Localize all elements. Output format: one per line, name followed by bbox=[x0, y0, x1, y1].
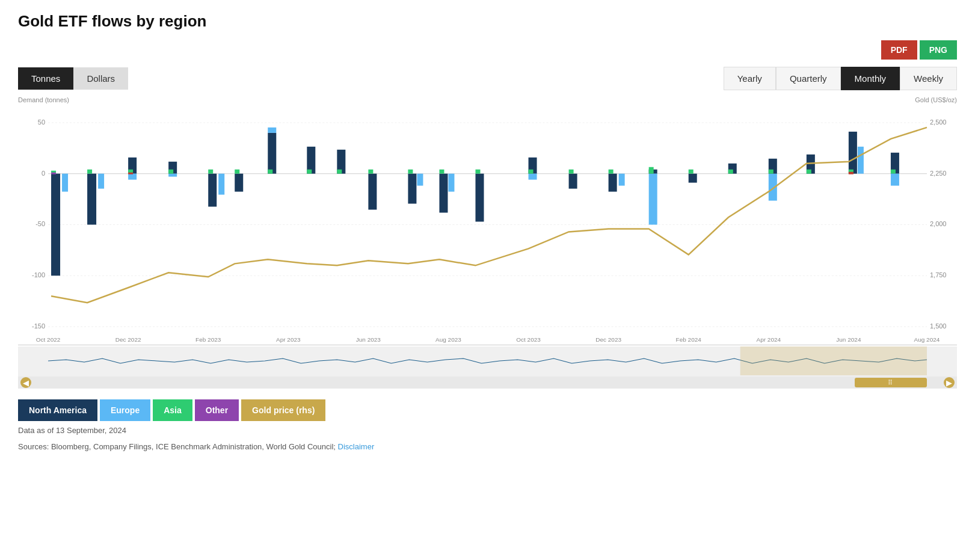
svg-text:2,500: 2,500 bbox=[930, 118, 946, 126]
svg-rect-28 bbox=[98, 174, 104, 189]
svg-rect-82 bbox=[891, 170, 896, 174]
svg-rect-35 bbox=[168, 170, 173, 174]
scroll-left-btn[interactable]: ◀ bbox=[20, 377, 31, 388]
svg-rect-70 bbox=[689, 170, 694, 174]
svg-rect-84 bbox=[51, 173, 56, 174]
chart-axis-labels: Demand (tonnes) Gold (US$/oz) bbox=[18, 96, 957, 103]
svg-rect-31 bbox=[128, 174, 137, 180]
svg-rect-69 bbox=[689, 174, 697, 183]
svg-rect-75 bbox=[769, 170, 774, 174]
svg-rect-45 bbox=[307, 170, 312, 174]
svg-rect-49 bbox=[368, 170, 373, 174]
period-tabs: Yearly Quarterly Monthly Weekly bbox=[724, 67, 957, 90]
svg-rect-63 bbox=[609, 174, 617, 192]
svg-rect-27 bbox=[87, 174, 96, 225]
svg-rect-50 bbox=[408, 174, 416, 204]
svg-text:2,000: 2,000 bbox=[930, 221, 946, 228]
svg-text:Dec 2023: Dec 2023 bbox=[595, 336, 621, 343]
svg-rect-52 bbox=[417, 174, 423, 186]
bar-na bbox=[51, 174, 60, 276]
svg-rect-37 bbox=[218, 174, 224, 195]
svg-text:1,500: 1,500 bbox=[930, 322, 946, 330]
gold-price-line bbox=[51, 128, 927, 303]
navigator-selection[interactable] bbox=[740, 346, 927, 375]
svg-text:Apr 2024: Apr 2024 bbox=[757, 336, 781, 343]
svg-rect-83 bbox=[891, 174, 899, 186]
svg-rect-34 bbox=[168, 174, 177, 177]
data-as-of: Data as of 13 September, 2024 bbox=[18, 426, 957, 435]
svg-rect-42 bbox=[268, 128, 276, 133]
y-label-right: Gold (US$/oz) bbox=[915, 96, 957, 103]
svg-rect-85 bbox=[128, 173, 133, 174]
svg-rect-29 bbox=[87, 170, 92, 174]
tab-dollars[interactable]: Dollars bbox=[73, 67, 128, 90]
legend-asia[interactable]: Asia bbox=[153, 399, 192, 421]
svg-rect-59 bbox=[529, 174, 537, 180]
svg-text:Jun 2023: Jun 2023 bbox=[356, 336, 381, 343]
svg-rect-47 bbox=[337, 170, 342, 174]
controls-row: Tonnes Dollars Yearly Quarterly Monthly … bbox=[18, 67, 957, 90]
y-label-left: Demand (tonnes) bbox=[18, 96, 69, 103]
svg-rect-43 bbox=[268, 170, 272, 174]
legend: North America Europe Asia Other Gold pri… bbox=[18, 399, 957, 421]
svg-text:2,250: 2,250 bbox=[930, 170, 946, 177]
sources: Sources: Bloomberg, Company Filings, ICE… bbox=[18, 442, 957, 451]
tab-yearly[interactable]: Yearly bbox=[724, 67, 776, 90]
svg-rect-67 bbox=[649, 174, 657, 225]
svg-rect-41 bbox=[268, 133, 276, 174]
svg-text:Feb 2023: Feb 2023 bbox=[195, 336, 221, 343]
scroll-handle[interactable]: ⠿ bbox=[855, 378, 927, 387]
scroll-right-btn[interactable]: ▶ bbox=[944, 377, 955, 388]
tab-weekly[interactable]: Weekly bbox=[900, 67, 957, 90]
svg-rect-53 bbox=[439, 174, 448, 213]
svg-text:Apr 2023: Apr 2023 bbox=[276, 336, 301, 343]
svg-rect-65 bbox=[609, 170, 614, 174]
svg-rect-38 bbox=[208, 170, 213, 174]
tab-tonnes[interactable]: Tonnes bbox=[18, 67, 73, 90]
svg-rect-61 bbox=[569, 174, 577, 189]
svg-text:1,750: 1,750 bbox=[930, 271, 946, 278]
svg-rect-40 bbox=[235, 170, 239, 174]
tab-monthly[interactable]: Monthly bbox=[841, 67, 900, 90]
navigator-area: ◀ ⠿ ▶ bbox=[18, 346, 957, 389]
legend-europe[interactable]: Europe bbox=[100, 399, 150, 421]
svg-rect-80 bbox=[858, 147, 864, 174]
svg-text:Aug 2023: Aug 2023 bbox=[435, 336, 461, 343]
svg-rect-60 bbox=[529, 170, 534, 174]
pdf-button[interactable]: PDF bbox=[881, 40, 917, 60]
svg-text:0: 0 bbox=[42, 170, 45, 177]
svg-rect-68 bbox=[649, 167, 654, 174]
svg-rect-48 bbox=[368, 174, 377, 210]
page-title: Gold ETF flows by region bbox=[18, 12, 957, 31]
svg-rect-36 bbox=[208, 174, 217, 207]
svg-text:50: 50 bbox=[38, 118, 45, 126]
svg-text:Oct 2022: Oct 2022 bbox=[36, 336, 61, 343]
legend-other[interactable]: Other bbox=[195, 399, 239, 421]
main-chart: 50 0 -50 -100 -150 2,500 2,250 2,000 1,7… bbox=[18, 105, 957, 345]
legend-north-america[interactable]: North America bbox=[18, 399, 97, 421]
svg-text:-50: -50 bbox=[35, 221, 45, 228]
svg-text:Jun 2024: Jun 2024 bbox=[836, 336, 861, 343]
chart-area: Demand (tonnes) Gold (US$/oz) 50 0 bbox=[18, 96, 957, 389]
png-button[interactable]: PNG bbox=[920, 40, 957, 60]
svg-rect-86 bbox=[849, 172, 854, 174]
svg-text:-150: -150 bbox=[32, 322, 45, 330]
svg-rect-54 bbox=[448, 174, 454, 192]
svg-rect-39 bbox=[235, 174, 243, 192]
svg-rect-64 bbox=[619, 174, 625, 186]
svg-rect-77 bbox=[807, 170, 811, 174]
svg-text:Aug 2024: Aug 2024 bbox=[914, 336, 940, 343]
svg-text:Dec 2022: Dec 2022 bbox=[115, 336, 141, 343]
tab-quarterly[interactable]: Quarterly bbox=[776, 67, 841, 90]
svg-text:Oct 2023: Oct 2023 bbox=[516, 336, 541, 343]
top-bar: PDF PNG bbox=[18, 40, 957, 60]
svg-rect-72 bbox=[728, 170, 733, 174]
svg-rect-56 bbox=[475, 174, 484, 222]
svg-rect-55 bbox=[439, 170, 444, 174]
disclaimer-link[interactable]: Disclaimer bbox=[338, 442, 375, 451]
bar-eu bbox=[62, 174, 68, 192]
unit-tabs: Tonnes Dollars bbox=[18, 67, 128, 90]
svg-rect-62 bbox=[569, 170, 574, 174]
legend-gold-price[interactable]: Gold price (rhs) bbox=[241, 399, 325, 421]
svg-rect-78 bbox=[849, 132, 857, 174]
